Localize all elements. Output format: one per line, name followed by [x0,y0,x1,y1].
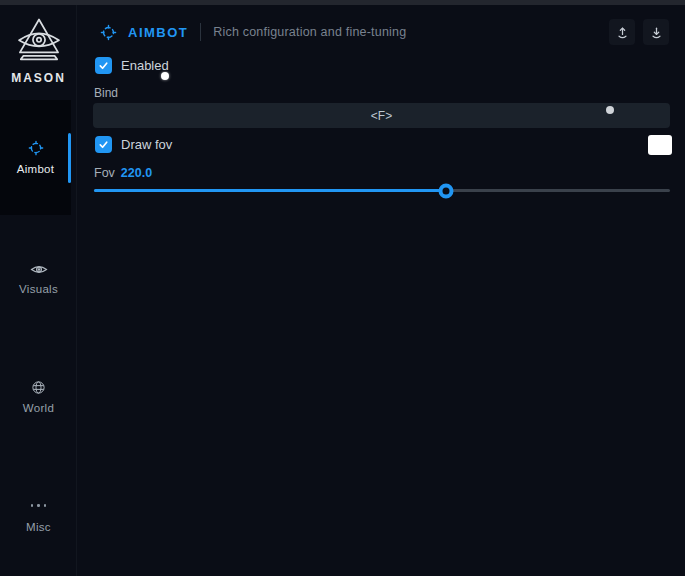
indicator-dot [606,106,614,114]
upload-icon [615,25,630,40]
fov-color-swatch[interactable] [648,135,672,155]
page-header: AIMBOT Rich configuration and fine-tunin… [77,16,685,48]
sidebar-item-label: World [23,402,54,414]
page-title: AIMBOT [128,25,188,40]
header-divider [200,23,201,41]
logo-label: MASON [11,71,66,85]
fov-slider-handle[interactable] [438,183,453,198]
eye-icon [30,263,48,276]
enabled-row: Enabled [95,57,169,74]
bind-label: Bind [94,86,118,100]
main-panel: AIMBOT Rich configuration and fine-tunin… [77,5,685,576]
sidebar-item-world[interactable]: World [0,366,77,428]
app-logo: MASON [0,15,77,85]
export-config-button[interactable] [609,19,635,45]
bind-key-field[interactable]: <F> [93,103,670,128]
sidebar-item-label: Aimbot [17,163,55,175]
draw-fov-label: Draw fov [121,137,172,152]
fov-slider-fill [94,189,446,192]
sidebar-item-misc[interactable]: Misc [0,484,77,546]
mouse-cursor-dot [161,72,169,80]
checkmark-icon [98,139,109,150]
download-icon [649,25,664,40]
sidebar: MASON Aimbot Visuals World Misc [0,5,77,576]
fov-label: Fov [94,166,115,180]
sidebar-item-visuals[interactable]: Visuals [0,248,77,310]
sidebar-item-label: Misc [26,521,51,533]
active-tab-indicator [68,133,71,183]
enabled-checkbox[interactable] [95,57,112,74]
sidebar-item-label: Visuals [19,283,58,295]
import-config-button[interactable] [643,19,669,45]
ellipsis-icon [31,498,47,514]
bind-key-value: <F> [371,109,392,123]
eye-pyramid-icon [13,15,65,69]
sidebar-item-aimbot[interactable]: Aimbot [0,100,71,215]
page-subtitle: Rich configuration and fine-tuning [213,25,406,39]
globe-icon [31,380,46,395]
fov-value-row: Fov 220.0 [94,166,152,180]
enabled-label: Enabled [121,58,169,73]
fov-slider[interactable] [94,182,670,198]
draw-fov-checkbox[interactable] [95,136,112,153]
checkmark-icon [98,60,109,71]
draw-fov-row: Draw fov [95,136,172,153]
fov-value: 220.0 [121,166,152,180]
crosshair-icon [100,24,117,41]
crosshair-icon [28,140,44,156]
